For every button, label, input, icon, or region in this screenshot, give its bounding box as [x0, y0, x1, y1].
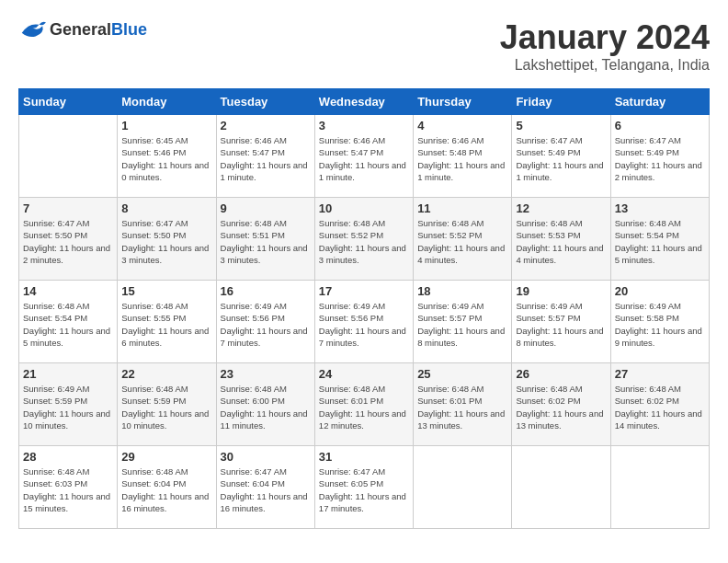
day-info: Sunrise: 6:49 AMSunset: 5:59 PMDaylight:… — [23, 383, 113, 431]
calendar-day-cell: 4Sunrise: 6:46 AMSunset: 5:48 PMDaylight… — [414, 115, 512, 198]
day-number: 3 — [319, 119, 409, 132]
calendar-day-cell: 2Sunrise: 6:46 AMSunset: 5:47 PMDaylight… — [216, 115, 314, 198]
day-info: Sunrise: 6:48 AMSunset: 5:52 PMDaylight:… — [319, 217, 409, 266]
calendar-day-cell: 23Sunrise: 6:48 AMSunset: 6:00 PMDayligh… — [216, 363, 314, 446]
day-info: Sunrise: 6:47 AMSunset: 5:50 PMDaylight:… — [23, 217, 113, 266]
day-info: Sunrise: 6:48 AMSunset: 6:01 PMDaylight:… — [319, 383, 409, 431]
main-title: January 2024 — [500, 18, 710, 57]
day-number: 24 — [319, 367, 409, 381]
calendar-day-cell: 9Sunrise: 6:48 AMSunset: 5:51 PMDaylight… — [216, 198, 314, 281]
day-number: 21 — [23, 367, 113, 381]
day-info: Sunrise: 6:48 AMSunset: 6:02 PMDaylight:… — [615, 383, 705, 431]
day-info: Sunrise: 6:49 AMSunset: 5:56 PMDaylight:… — [221, 300, 311, 349]
day-number: 15 — [121, 284, 211, 298]
calendar-day-cell: 26Sunrise: 6:48 AMSunset: 6:02 PMDayligh… — [512, 363, 610, 446]
logo: GeneralBlue — [18, 18, 147, 40]
calendar: SundayMondayTuesdayWednesdayThursdayFrid… — [18, 88, 710, 529]
calendar-day-cell: 15Sunrise: 6:48 AMSunset: 5:55 PMDayligh… — [118, 281, 216, 363]
calendar-day-cell: 20Sunrise: 6:49 AMSunset: 5:58 PMDayligh… — [610, 281, 709, 363]
day-number: 30 — [221, 450, 311, 464]
day-info: Sunrise: 6:47 AMSunset: 5:49 PMDaylight:… — [516, 134, 606, 183]
day-info: Sunrise: 6:48 AMSunset: 5:54 PMDaylight:… — [23, 300, 113, 349]
day-info: Sunrise: 6:49 AMSunset: 5:57 PMDaylight:… — [417, 300, 507, 349]
calendar-day-cell: 3Sunrise: 6:46 AMSunset: 5:47 PMDaylight… — [314, 115, 413, 198]
logo-blue: Blue — [111, 20, 147, 39]
day-number: 18 — [417, 284, 507, 298]
calendar-day-cell — [19, 115, 118, 198]
day-number: 14 — [23, 284, 113, 298]
day-info: Sunrise: 6:46 AMSunset: 5:47 PMDaylight:… — [319, 134, 409, 183]
day-info: Sunrise: 6:47 AMSunset: 5:50 PMDaylight:… — [121, 217, 211, 266]
day-info: Sunrise: 6:49 AMSunset: 5:56 PMDaylight:… — [319, 300, 409, 349]
calendar-day-cell: 22Sunrise: 6:48 AMSunset: 5:59 PMDayligh… — [118, 363, 216, 446]
day-info: Sunrise: 6:46 AMSunset: 5:48 PMDaylight:… — [417, 134, 507, 183]
day-number: 9 — [221, 201, 311, 215]
calendar-day-cell — [610, 446, 709, 529]
calendar-week-row: 1Sunrise: 6:45 AMSunset: 5:46 PMDaylight… — [19, 115, 710, 198]
calendar-day-cell: 8Sunrise: 6:47 AMSunset: 5:50 PMDaylight… — [118, 198, 216, 281]
logo-general: General — [50, 20, 111, 39]
day-info: Sunrise: 6:49 AMSunset: 5:57 PMDaylight:… — [516, 300, 606, 349]
logo-text: GeneralBlue — [50, 20, 147, 40]
calendar-week-row: 7Sunrise: 6:47 AMSunset: 5:50 PMDaylight… — [19, 198, 710, 281]
day-info: Sunrise: 6:49 AMSunset: 5:58 PMDaylight:… — [615, 300, 705, 349]
day-info: Sunrise: 6:48 AMSunset: 6:03 PMDaylight:… — [23, 465, 113, 514]
calendar-day-cell: 1Sunrise: 6:45 AMSunset: 5:46 PMDaylight… — [118, 115, 216, 198]
calendar-day-cell: 5Sunrise: 6:47 AMSunset: 5:49 PMDaylight… — [512, 115, 610, 198]
calendar-day-cell: 11Sunrise: 6:48 AMSunset: 5:52 PMDayligh… — [414, 198, 512, 281]
calendar-day-cell: 29Sunrise: 6:48 AMSunset: 6:04 PMDayligh… — [118, 446, 216, 529]
day-number: 25 — [417, 367, 507, 381]
weekday-header: Friday — [512, 89, 610, 115]
day-number: 13 — [615, 201, 705, 215]
day-number: 17 — [319, 284, 409, 298]
day-number: 8 — [121, 201, 211, 215]
day-number: 29 — [121, 450, 211, 464]
day-info: Sunrise: 6:48 AMSunset: 6:00 PMDaylight:… — [221, 383, 311, 431]
header: GeneralBlue January 2024 Lakshettipet, T… — [18, 18, 710, 74]
day-number: 10 — [319, 201, 409, 215]
day-number: 27 — [615, 367, 705, 381]
day-info: Sunrise: 6:48 AMSunset: 6:01 PMDaylight:… — [417, 383, 507, 431]
day-number: 5 — [516, 119, 606, 132]
day-info: Sunrise: 6:48 AMSunset: 6:02 PMDaylight:… — [516, 383, 606, 431]
day-info: Sunrise: 6:48 AMSunset: 6:04 PMDaylight:… — [121, 465, 211, 514]
calendar-day-cell: 30Sunrise: 6:47 AMSunset: 6:04 PMDayligh… — [216, 446, 314, 529]
day-number: 4 — [417, 119, 507, 132]
day-info: Sunrise: 6:48 AMSunset: 5:52 PMDaylight:… — [417, 217, 507, 266]
calendar-day-cell: 19Sunrise: 6:49 AMSunset: 5:57 PMDayligh… — [512, 281, 610, 363]
day-info: Sunrise: 6:48 AMSunset: 5:53 PMDaylight:… — [516, 217, 606, 266]
title-area: January 2024 Lakshettipet, Telangana, In… — [500, 18, 710, 74]
calendar-day-cell: 18Sunrise: 6:49 AMSunset: 5:57 PMDayligh… — [414, 281, 512, 363]
calendar-week-row: 28Sunrise: 6:48 AMSunset: 6:03 PMDayligh… — [19, 446, 710, 529]
day-number: 19 — [516, 284, 606, 298]
weekday-header: Sunday — [19, 89, 118, 115]
day-number: 22 — [121, 367, 211, 381]
day-number: 31 — [319, 450, 409, 464]
calendar-day-cell: 24Sunrise: 6:48 AMSunset: 6:01 PMDayligh… — [314, 363, 413, 446]
calendar-day-cell: 6Sunrise: 6:47 AMSunset: 5:49 PMDaylight… — [610, 115, 709, 198]
day-info: Sunrise: 6:46 AMSunset: 5:47 PMDaylight:… — [221, 134, 311, 183]
calendar-day-cell — [512, 446, 610, 529]
calendar-day-cell: 10Sunrise: 6:48 AMSunset: 5:52 PMDayligh… — [314, 198, 413, 281]
day-info: Sunrise: 6:47 AMSunset: 6:04 PMDaylight:… — [221, 465, 311, 514]
weekday-header: Wednesday — [314, 89, 413, 115]
calendar-day-cell: 17Sunrise: 6:49 AMSunset: 5:56 PMDayligh… — [314, 281, 413, 363]
calendar-day-cell: 31Sunrise: 6:47 AMSunset: 6:05 PMDayligh… — [314, 446, 413, 529]
day-number: 23 — [221, 367, 311, 381]
subtitle: Lakshettipet, Telangana, India — [500, 57, 710, 74]
calendar-day-cell: 16Sunrise: 6:49 AMSunset: 5:56 PMDayligh… — [216, 281, 314, 363]
weekday-header: Thursday — [414, 89, 512, 115]
day-number: 26 — [516, 367, 606, 381]
day-info: Sunrise: 6:48 AMSunset: 5:55 PMDaylight:… — [121, 300, 211, 349]
day-number: 16 — [221, 284, 311, 298]
calendar-day-cell: 7Sunrise: 6:47 AMSunset: 5:50 PMDaylight… — [19, 198, 118, 281]
day-number: 28 — [23, 450, 113, 464]
day-info: Sunrise: 6:48 AMSunset: 5:54 PMDaylight:… — [615, 217, 705, 266]
day-info: Sunrise: 6:47 AMSunset: 5:49 PMDaylight:… — [615, 134, 705, 183]
calendar-week-row: 21Sunrise: 6:49 AMSunset: 5:59 PMDayligh… — [19, 363, 710, 446]
calendar-day-cell: 28Sunrise: 6:48 AMSunset: 6:03 PMDayligh… — [19, 446, 118, 529]
logo-icon — [18, 18, 46, 40]
day-info: Sunrise: 6:47 AMSunset: 6:05 PMDaylight:… — [319, 465, 409, 514]
day-info: Sunrise: 6:48 AMSunset: 5:51 PMDaylight:… — [221, 217, 311, 266]
day-info: Sunrise: 6:48 AMSunset: 5:59 PMDaylight:… — [121, 383, 211, 431]
